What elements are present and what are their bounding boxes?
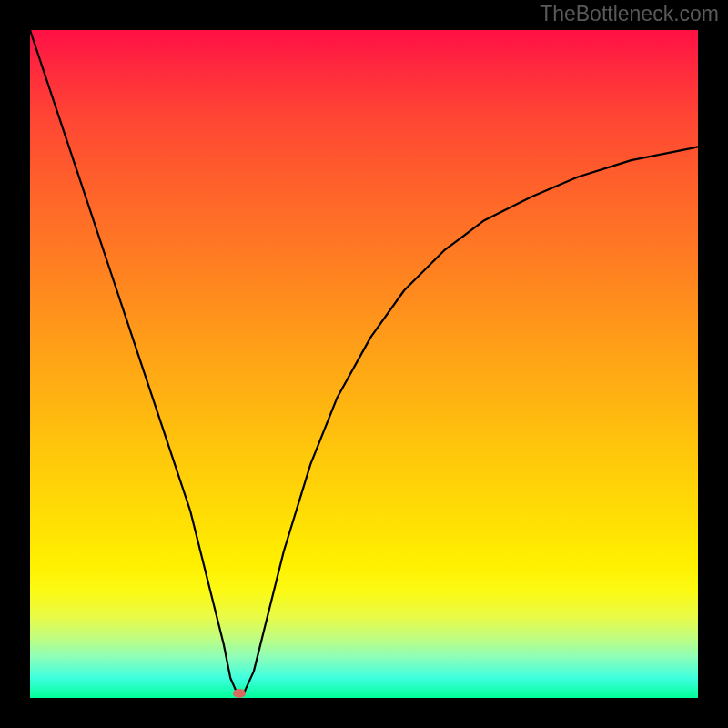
watermark-text: TheBottleneck.com [540, 2, 719, 26]
plot-area [30, 30, 698, 698]
bottleneck-curve-path [30, 30, 698, 693]
optimal-point-marker [233, 689, 246, 698]
curve-svg [30, 30, 698, 698]
